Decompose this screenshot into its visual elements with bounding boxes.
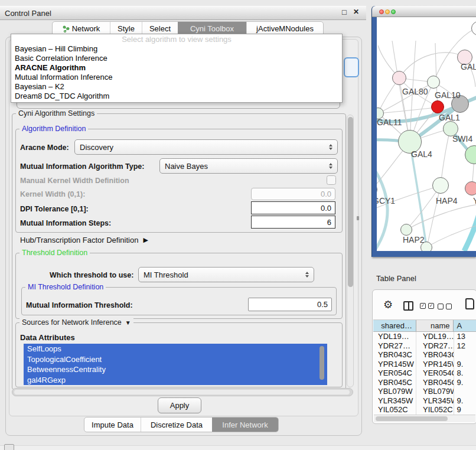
new-table-icon[interactable] bbox=[465, 298, 474, 309]
mi-steps-label: Mutual Information Steps: bbox=[20, 219, 111, 227]
network-node-selected-red[interactable] bbox=[431, 100, 444, 113]
dropdown-item[interactable]: Mutual Information Inference bbox=[11, 73, 342, 82]
which-threshold-combo[interactable]: MI Threshold bbox=[138, 267, 314, 282]
list-item[interactable]: SelfLoops bbox=[24, 344, 327, 354]
mi-type-combo[interactable]: Naive Bayes bbox=[159, 158, 338, 174]
table-cell[interactable]: 8. bbox=[454, 369, 476, 378]
float-icon[interactable]: □ bbox=[342, 8, 347, 17]
dropdown-item[interactable]: Basic Correlation Inference bbox=[11, 54, 342, 63]
table-hscrollbar-thumb[interactable] bbox=[376, 416, 448, 421]
node-label: GAL10 bbox=[435, 90, 461, 100]
table-row[interactable]: YPR145W YPR145W 9. bbox=[373, 360, 476, 369]
network-node[interactable] bbox=[465, 181, 476, 195]
zoom-traffic-light[interactable] bbox=[391, 9, 396, 14]
table-cell[interactable]: YIL052C bbox=[373, 405, 416, 415]
minimize-traffic-light[interactable] bbox=[385, 9, 390, 14]
gear-icon[interactable]: ⚙ bbox=[383, 299, 393, 310]
table-cell[interactable]: YDR27… bbox=[416, 341, 454, 351]
table-cell[interactable]: YBR045C bbox=[416, 378, 454, 387]
node-label: SWI4 bbox=[452, 134, 472, 144]
table-cell[interactable]: YIL052C bbox=[416, 405, 454, 415]
aracne-mode-combo[interactable]: Discovery bbox=[74, 139, 338, 155]
table-cell[interactable]: 9. bbox=[454, 378, 476, 387]
table-cell[interactable] bbox=[454, 387, 476, 396]
table-row[interactable]: YBR043C YBR043C bbox=[373, 350, 476, 360]
table-cell[interactable]: 12 bbox=[454, 341, 476, 351]
tab-infer-network[interactable]: Infer Network bbox=[212, 418, 278, 432]
manual-kernel-checkbox[interactable] bbox=[327, 175, 336, 185]
dropdown-item[interactable]: Dream8 DC_TDC Algorithm bbox=[11, 92, 342, 101]
uncheck-all-icon[interactable] bbox=[438, 304, 452, 309]
node-label: HAP4 bbox=[436, 196, 458, 206]
dpi-tolerance-field[interactable]: 0.0 bbox=[251, 201, 335, 214]
close-icon[interactable]: ✕ bbox=[353, 8, 359, 16]
check-all-icon[interactable]: ✓✓ bbox=[420, 303, 434, 309]
mi-threshold-group-title: MI Threshold Definition bbox=[25, 283, 106, 291]
table-cell[interactable]: YBR043C bbox=[373, 350, 416, 360]
list-item[interactable]: gal4RGexp bbox=[24, 375, 327, 386]
table-cell[interactable]: YBR045C bbox=[373, 378, 416, 387]
sources-group-title[interactable]: Sources for Network Inference ▼ bbox=[19, 318, 133, 327]
table-row[interactable]: YLR345W YLR345W 9. bbox=[373, 396, 476, 406]
table-cell[interactable]: YPR145W bbox=[416, 360, 454, 369]
close-traffic-light[interactable] bbox=[379, 9, 384, 14]
table-row[interactable]: YIL052C YIL052C 9 bbox=[373, 405, 476, 415]
dropdown-item-selected[interactable]: ARACNE Algorithm bbox=[11, 63, 342, 73]
table-cell[interactable]: 9 bbox=[454, 405, 476, 415]
hide-panel-icon[interactable] bbox=[4, 444, 14, 450]
apply-button[interactable]: Apply bbox=[158, 397, 201, 413]
network-canvas[interactable]: GAL GAL80 GAL10 GAL1 GAL11 SWI4 GAL4 GCY… bbox=[377, 17, 476, 251]
column-header-truncated[interactable]: A bbox=[454, 320, 476, 331]
table-cell[interactable]: YLR345W bbox=[373, 396, 416, 406]
table-cell[interactable]: 9. bbox=[454, 396, 476, 406]
focused-combo-fragment[interactable] bbox=[344, 57, 359, 77]
table-cell[interactable]: YPR145W bbox=[373, 360, 416, 369]
table-row[interactable]: YDL19… YDL19… 13 bbox=[373, 332, 476, 341]
table-cell[interactable]: YLR345W bbox=[416, 396, 454, 406]
table-cell[interactable]: YER054C bbox=[416, 369, 454, 378]
table-cell[interactable]: YER054C bbox=[373, 369, 416, 378]
dropdown-item[interactable]: Bayesian – K2 bbox=[11, 82, 342, 92]
table-cell[interactable]: 13 bbox=[454, 332, 476, 341]
table-cell[interactable]: YBR043C bbox=[416, 350, 454, 360]
columns-icon[interactable] bbox=[403, 301, 413, 311]
mi-threshold-field[interactable]: 0.5 bbox=[248, 298, 332, 311]
table-row[interactable]: YBL079W YBL079W bbox=[373, 387, 476, 396]
mi-steps-field[interactable]: 6 bbox=[251, 216, 335, 229]
settings-hscrollbar[interactable] bbox=[12, 388, 353, 396]
table-cell[interactable]: YDL19… bbox=[416, 332, 454, 341]
table-cell[interactable]: YBL079W bbox=[373, 387, 416, 396]
table-hscrollbar[interactable] bbox=[374, 415, 475, 422]
hub-definition-toggle[interactable]: Hub/Transcription Factor Definition ▶ bbox=[20, 236, 148, 244]
table-cell[interactable]: YDR27… bbox=[373, 341, 416, 351]
dropdown-item[interactable]: Bayesian – Hill Climbing bbox=[11, 44, 342, 54]
network-icon bbox=[63, 25, 70, 32]
table-cell[interactable]: YDL19… bbox=[373, 332, 416, 341]
table-cell[interactable] bbox=[454, 350, 476, 360]
list-item[interactable]: BetweennessCentrality bbox=[24, 364, 327, 375]
list-item[interactable]: TopologicalCoefficient bbox=[24, 354, 327, 365]
settings-vscrollbar[interactable] bbox=[347, 115, 354, 387]
network-node[interactable] bbox=[427, 76, 440, 89]
tab-impute-data[interactable]: Impute Data bbox=[84, 418, 141, 432]
kernel-width-field[interactable]: 0.0 bbox=[251, 188, 335, 200]
list-vscrollbar-thumb[interactable] bbox=[319, 346, 324, 380]
table-row[interactable]: YBR045C YBR045C 9. bbox=[373, 378, 476, 387]
settings-hscrollbar-thumb[interactable] bbox=[14, 390, 350, 394]
stepper-icon bbox=[329, 163, 332, 169]
network-window-titlebar[interactable] bbox=[372, 6, 476, 17]
collapse-down-icon: ▼ bbox=[125, 319, 131, 326]
settings-vscrollbar-thumb[interactable] bbox=[348, 117, 353, 287]
table-cell[interactable]: YBL079W bbox=[416, 387, 454, 396]
table-row[interactable]: YER054C YER054C 8. bbox=[373, 369, 476, 378]
network-node[interactable] bbox=[432, 177, 449, 194]
network-node[interactable] bbox=[392, 71, 406, 85]
tab-discretize-data[interactable]: Discretize Data bbox=[141, 418, 212, 432]
column-header-name[interactable]: name bbox=[416, 320, 454, 331]
panel-splitter-handle[interactable] bbox=[357, 216, 359, 220]
column-header-shared-name[interactable]: shared… bbox=[373, 320, 416, 331]
network-node[interactable] bbox=[400, 224, 412, 236]
table-cell[interactable]: 9. bbox=[454, 360, 476, 369]
node-label: GAL1 bbox=[439, 113, 460, 122]
table-row[interactable]: YDR27… YDR27… 12 bbox=[373, 341, 476, 351]
